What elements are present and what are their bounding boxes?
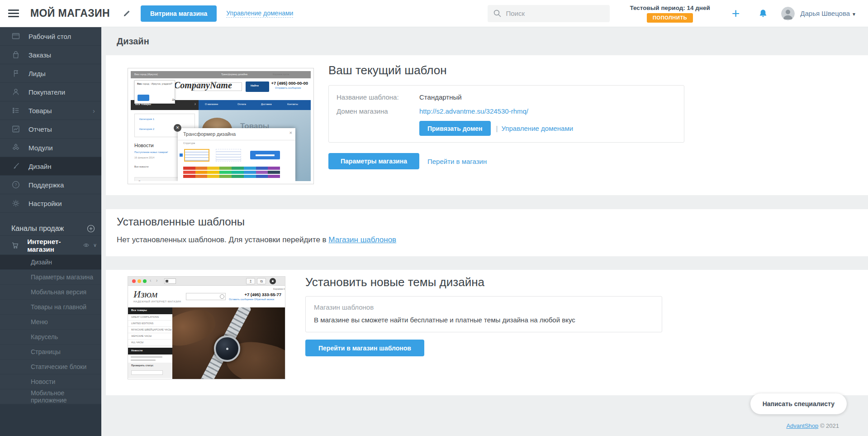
shopping-bag-icon xyxy=(11,50,20,59)
thumb1-yes-button: Да xyxy=(138,95,149,101)
subnav-store-params[interactable]: Параметры магазина xyxy=(0,270,101,285)
list-icon xyxy=(11,106,20,115)
theme-store-box-text: В магазине вы сможете найти бесплатные и… xyxy=(314,316,654,324)
template-store-link[interactable]: Магазин шаблонов xyxy=(328,235,396,244)
storefront-button[interactable]: Витрина магазина xyxy=(141,5,217,22)
sidebar-item-modules[interactable]: Модули xyxy=(0,139,101,157)
sidebar-item-orders[interactable]: Заказы xyxy=(0,46,101,64)
person-icon xyxy=(11,87,20,96)
layout-option xyxy=(216,149,241,162)
sidebar-filler xyxy=(0,404,101,436)
thumb1-transformer-link: Трансформер дизайна xyxy=(221,73,247,76)
subnav-mobile-app[interactable]: Мобильное приложение xyxy=(0,389,101,404)
subnav-label: Товары на главной xyxy=(31,303,86,311)
sidebar-item-support[interactable]: ? Поддержка xyxy=(0,176,101,194)
sidebar-item-products[interactable]: Товары › xyxy=(0,101,101,120)
subnav-label: Дизайн xyxy=(31,259,52,266)
sales-channels-header: Каналы продаж xyxy=(0,222,101,235)
sidebar-item-reports[interactable]: Отчеты xyxy=(0,120,101,139)
subnav-label: Мобильное приложение xyxy=(31,389,101,404)
sidebar-item-customers[interactable]: Покупатели xyxy=(0,83,101,101)
sidebar-item-label: Рабочий стол xyxy=(28,33,71,40)
layout-option-selected xyxy=(184,149,209,162)
thumb2-cart-status: Корзина пуста xyxy=(273,287,285,291)
sidebar-channel-online-store[interactable]: Интернет-магазин ∨ xyxy=(0,235,101,255)
subnav-main-page-products[interactable]: Товары на главной xyxy=(0,300,101,315)
add-plus-icon[interactable]: + xyxy=(732,7,740,20)
subnav-label: Новости xyxy=(31,378,55,385)
thumb1-dialog-title: Трансформер дизайна xyxy=(183,131,236,137)
thumb2-watch-photo xyxy=(172,307,285,379)
browser-tab xyxy=(164,278,176,284)
store-params-button[interactable]: Параметры магазина xyxy=(328,153,419,169)
chart-icon xyxy=(11,125,20,134)
settings-circle-icon xyxy=(270,278,276,284)
edit-pencil-icon[interactable] xyxy=(123,10,131,18)
theme-store-info-box: Магазин шаблонов В магазине вы сможете н… xyxy=(305,296,662,332)
sidebar-item-label: Заказы xyxy=(28,51,51,59)
chevron-down-icon: ▼ xyxy=(852,12,856,17)
goto-store-link[interactable]: Перейти в магазин xyxy=(427,158,487,165)
thumb1-design-transformer-dialog: ✕ Трансформер дизайна × Структура xyxy=(178,128,295,181)
search-input[interactable] xyxy=(506,10,596,17)
notifications-bell-icon[interactable] xyxy=(759,9,768,18)
sidebar-item-label: Лиды xyxy=(28,70,46,77)
traffic-light-yellow xyxy=(138,279,141,283)
user-menu[interactable]: Дарья Швецова▼ xyxy=(800,10,856,17)
subnav-label: Карусель xyxy=(31,333,58,340)
installed-templates-heading: Установленные шаблоны xyxy=(117,216,868,228)
thumb2-left-column: Все товары GREAT COMPILATIONS LIMITED ED… xyxy=(128,307,172,379)
subnav-news[interactable]: Новости xyxy=(0,374,101,389)
visibility-eye-icon[interactable] xyxy=(83,242,90,249)
thumb2-check-status-box: Проверить статус xyxy=(128,363,172,378)
chevron-right-icon: › xyxy=(93,107,95,115)
close-icon: ✕ xyxy=(174,124,181,132)
user-avatar[interactable] xyxy=(781,7,795,20)
top-header: МОЙ МАГАЗИН Витрина магазина Управление … xyxy=(0,0,868,27)
subnav-label: Параметры магазина xyxy=(31,273,93,281)
cart-icon xyxy=(11,241,19,250)
bind-domain-button[interactable]: Привязать домен xyxy=(419,121,491,136)
sidebar-item-leads[interactable]: Лиды xyxy=(0,64,101,83)
subnav-pages[interactable]: Страницы xyxy=(0,345,101,359)
search-icon xyxy=(493,9,502,18)
store-domain-link[interactable]: http://s2.advantme.su/324530-rhmq/ xyxy=(419,107,528,115)
topup-button[interactable]: ПОПОЛНИТЬ xyxy=(647,13,693,23)
sidebar-item-label: Дизайн xyxy=(28,163,51,170)
thumb1-dialog-button xyxy=(250,151,280,159)
subnav-static-blocks[interactable]: Статические блоки xyxy=(0,359,101,374)
sidebar-item-design[interactable]: Дизайн xyxy=(0,157,101,176)
thumb1-news-title: Новости xyxy=(134,143,154,148)
flag-icon xyxy=(11,69,20,78)
chat-with-specialist-button[interactable]: Написать специалисту xyxy=(750,393,847,414)
color-swatches-grid xyxy=(183,166,280,178)
thumb1-city: Ваш город (Иркутск) xyxy=(134,73,158,76)
sidebar-item-dashboard[interactable]: Рабочий стол xyxy=(0,27,101,46)
gear-icon xyxy=(11,199,20,208)
thumb2-contact-links: Оставить сообщение Обратный звонок xyxy=(229,298,274,301)
subnav-mobile-version[interactable]: Мобильная версия xyxy=(0,285,101,300)
manage-domains-link[interactable]: Управление доменами xyxy=(501,125,573,132)
goto-theme-store-button[interactable]: Перейти в магазин шаблонов xyxy=(305,340,424,356)
thumb2-logo: Изюм xyxy=(133,288,157,300)
close-icon: × xyxy=(289,130,292,135)
installed-templates-section: Установленные шаблоны Нет установленных … xyxy=(106,209,868,256)
copyright-text: © 2021 xyxy=(820,422,839,429)
subnav-label: Статические блоки xyxy=(31,363,86,370)
chevron-down-icon[interactable]: ∨ xyxy=(93,242,97,248)
svg-text:?: ? xyxy=(14,182,17,187)
sidebar-item-settings[interactable]: Настройки xyxy=(0,194,101,213)
thumb1-cart-status: Корзина пуста xyxy=(273,73,289,76)
subnav-carousel[interactable]: Карусель xyxy=(0,330,101,345)
help-circle-icon: ? xyxy=(11,180,20,189)
thumb1-search-input: Поиск xyxy=(194,82,242,91)
subnav-menu[interactable]: Меню xyxy=(0,315,101,330)
hamburger-menu-icon[interactable] xyxy=(8,10,19,17)
advantshop-link[interactable]: AdvantShop xyxy=(786,422,818,429)
thumb2-logo-subtitle: НАДЕЖНЫЙ ИНТЕРНЕТ-МАГАЗИН xyxy=(133,300,181,303)
manage-domains-header-link[interactable]: Управление доменами xyxy=(226,10,293,18)
subnav-label: Меню xyxy=(31,318,48,326)
add-channel-icon[interactable] xyxy=(87,225,95,233)
subnav-design[interactable]: Дизайн xyxy=(0,255,101,270)
thumb1-phone: +7 (495) 000-00-00 xyxy=(271,81,308,86)
